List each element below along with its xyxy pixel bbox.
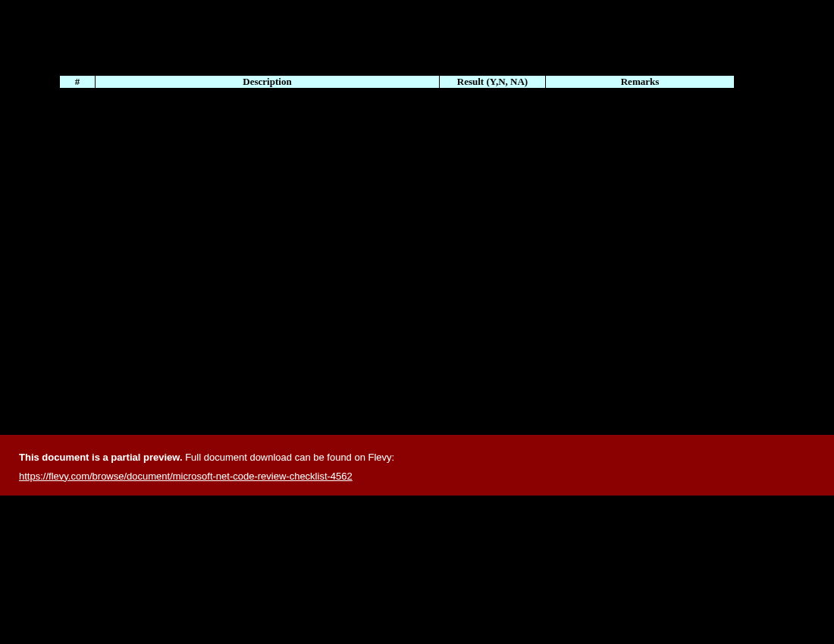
checklist-table-container: # Description Result (Y,N, NA) Remarks <box>59 75 734 89</box>
header-result: Result (Y,N, NA) <box>440 76 546 89</box>
header-num: # <box>60 76 96 89</box>
checklist-table: # Description Result (Y,N, NA) Remarks <box>59 75 735 89</box>
banner-normal-text: Full document download can be found on F… <box>183 452 395 463</box>
banner-link[interactable]: https://flevy.com/browse/document/micros… <box>19 469 353 485</box>
table-header-row: # Description Result (Y,N, NA) Remarks <box>60 76 735 89</box>
banner-bold-text: This document is a partial preview. <box>19 452 183 463</box>
banner-text-line: This document is a partial preview. Full… <box>19 450 815 466</box>
header-remarks: Remarks <box>546 76 735 89</box>
header-description: Description <box>96 76 440 89</box>
preview-banner: This document is a partial preview. Full… <box>0 435 834 496</box>
